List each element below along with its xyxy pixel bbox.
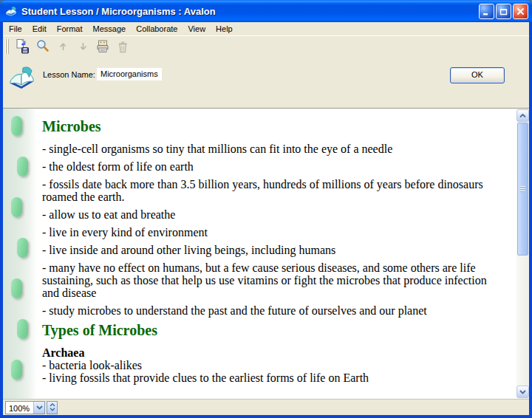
maximize-icon bbox=[499, 7, 508, 16]
save-icon bbox=[15, 38, 31, 55]
lesson-paragraph: - live in every kind of environment bbox=[42, 226, 497, 239]
close-button[interactable] bbox=[513, 4, 528, 19]
menu-item-view[interactable]: View bbox=[183, 23, 211, 35]
lesson-content-pane: Microbes- single-cell organisms so tiny … bbox=[3, 108, 529, 399]
minimize-icon bbox=[482, 7, 491, 16]
print-button[interactable] bbox=[93, 38, 112, 55]
capsule-shape bbox=[11, 360, 22, 380]
vertical-scrollbar[interactable] bbox=[516, 109, 529, 399]
arrow-down-icon bbox=[75, 38, 91, 55]
chevron-up-icon bbox=[50, 403, 55, 407]
menu-item-edit[interactable]: Edit bbox=[27, 23, 52, 35]
lesson-subheading: Archaea bbox=[42, 346, 497, 359]
zoom-dropdown-button[interactable] bbox=[33, 402, 44, 414]
lesson-paragraph: - the oldest form of life on earth bbox=[42, 160, 497, 173]
minimize-button[interactable] bbox=[479, 4, 494, 19]
lesson-paragraph: - fossils date back more than 3.5 billio… bbox=[42, 178, 497, 203]
toolbar-grip-handle[interactable] bbox=[5, 39, 10, 54]
printer-icon bbox=[95, 38, 111, 55]
menu-item-help[interactable]: Help bbox=[211, 23, 238, 35]
chevron-down-icon bbox=[519, 390, 526, 394]
menu-item-collaborate[interactable]: Collaborate bbox=[131, 23, 183, 35]
next-button bbox=[73, 38, 92, 55]
menu-item-format[interactable]: Format bbox=[52, 23, 88, 35]
capsule-shape bbox=[17, 157, 28, 177]
trash-icon bbox=[115, 38, 131, 55]
zoom-spinner[interactable] bbox=[47, 401, 58, 414]
zoom-combobox: 100% bbox=[5, 401, 45, 414]
chevron-down-icon bbox=[50, 408, 55, 411]
lesson-line: - bacteria look-alikes bbox=[42, 359, 497, 371]
window-body: FileEditFormatMessageCollaborateViewHelp… bbox=[3, 22, 529, 415]
lesson-paragraph: - live inside and around other living be… bbox=[42, 244, 497, 256]
magnifier-icon bbox=[35, 38, 51, 55]
capsule-shape bbox=[11, 116, 22, 136]
lesson-line: - living fossils that provide clues to t… bbox=[42, 371, 497, 384]
lesson-paragraph: - single-cell organisms so tiny that mil… bbox=[42, 143, 497, 155]
open-book-icon bbox=[7, 63, 36, 95]
toolbar bbox=[3, 35, 529, 57]
scroll-down-button[interactable] bbox=[516, 386, 529, 398]
menu-item-file[interactable]: File bbox=[4, 23, 27, 35]
scrollbar-thumb[interactable] bbox=[517, 123, 528, 256]
chevron-up-icon bbox=[519, 114, 526, 118]
save-button[interactable] bbox=[13, 38, 32, 55]
menubar: FileEditFormatMessageCollaborateViewHelp bbox=[3, 22, 529, 35]
maximize-button[interactable] bbox=[496, 4, 511, 19]
ok-button[interactable]: OK bbox=[450, 67, 505, 83]
lesson-name-label: Lesson Name: bbox=[43, 70, 95, 79]
capsule-shape bbox=[11, 197, 22, 217]
capsule-shape bbox=[17, 238, 28, 258]
find-button[interactable] bbox=[33, 38, 52, 55]
window-title: Student Lesson / Microorganisms : Avalon bbox=[21, 6, 477, 17]
lesson-header: Lesson Name: Microorganisms OK bbox=[3, 57, 529, 108]
titlebar[interactable]: Student Lesson / Microorganisms : Avalon bbox=[0, 0, 532, 22]
previous-button bbox=[53, 38, 72, 55]
lesson-paragraph: - many have no effect on humans, but a f… bbox=[42, 261, 497, 299]
spacer bbox=[42, 384, 497, 399]
chevron-down-icon bbox=[36, 405, 43, 410]
statusbar: 100% bbox=[3, 399, 529, 415]
application-window: Student Lesson / Microorganisms : Avalon… bbox=[0, 0, 532, 418]
close-icon bbox=[516, 7, 525, 16]
open-book-icon[interactable] bbox=[4, 4, 18, 18]
scroll-up-button[interactable] bbox=[516, 109, 529, 122]
microbe-capsule-decoration bbox=[3, 109, 37, 399]
capsule-shape bbox=[11, 278, 22, 298]
lesson-text: Microbes- single-cell organisms so tiny … bbox=[37, 109, 516, 399]
lesson-name-field[interactable]: Microorganisms bbox=[97, 68, 162, 80]
menu-item-message[interactable]: Message bbox=[88, 23, 132, 35]
delete-button bbox=[113, 38, 132, 55]
lesson-paragraph: - study microbes to understand the past … bbox=[42, 304, 497, 317]
capsule-shape bbox=[17, 319, 28, 339]
zoom-value-field[interactable]: 100% bbox=[6, 402, 33, 414]
arrow-up-icon bbox=[55, 38, 71, 55]
lesson-heading: Types of Microbes bbox=[42, 322, 497, 339]
lesson-paragraph: - allow us to eat and breathe bbox=[42, 208, 497, 221]
lesson-heading: Microbes bbox=[42, 118, 497, 135]
